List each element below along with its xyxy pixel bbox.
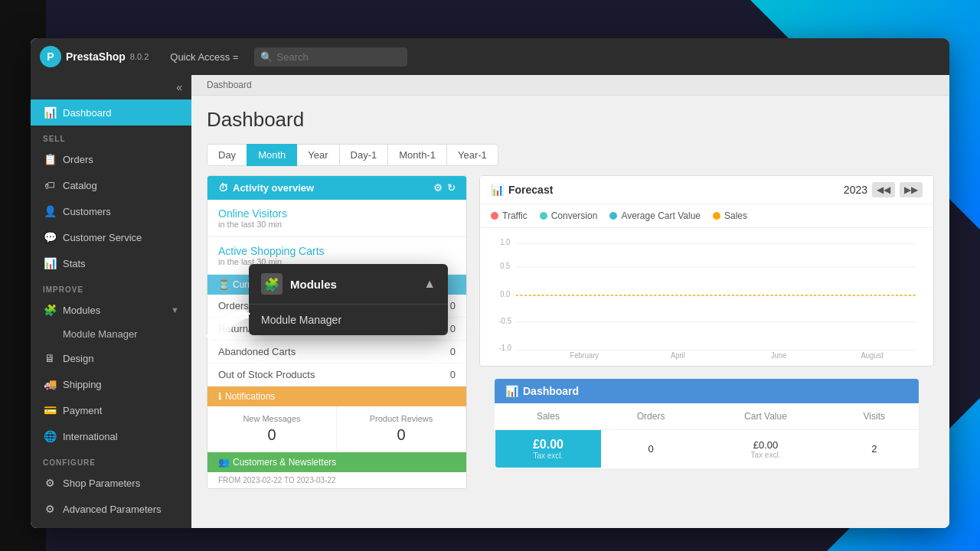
forecast-header: 📊 Forecast 2023 ◀◀ ▶▶ xyxy=(480,176,933,204)
legend-sales: Sales xyxy=(713,210,747,221)
dashboard-section-title: Dashboard xyxy=(523,385,579,397)
sidebar-item-orders[interactable]: 📋 Orders xyxy=(31,146,191,172)
topbar: P PrestaShop 8.0.2 Quick Access = 🔍 xyxy=(31,38,949,75)
notif-cell-reviews: Product Reviews 0 xyxy=(337,406,466,452)
sales-value-cell: £0.00 Tax excl. xyxy=(495,430,601,468)
svg-text:June: June xyxy=(771,351,787,360)
dashboard-section: 📊 Dashboard Sales Orders Cart Value Visi… xyxy=(479,379,934,481)
logo-text: PrestaShop xyxy=(66,51,126,63)
forecast-legend: Traffic Conversion Average Cart Value xyxy=(480,204,933,228)
search-icon: 🔍 xyxy=(260,51,273,63)
svg-text:-0.5: -0.5 xyxy=(499,316,512,324)
tab-day-1[interactable]: Day-1 xyxy=(339,144,389,166)
sidebar-item-design[interactable]: 🖥 Design xyxy=(31,345,191,371)
customers-icon-hdr: 👥 xyxy=(218,457,230,468)
tab-month[interactable]: Month xyxy=(247,144,297,166)
sidebar-item-customers-label: Customers xyxy=(63,206,111,217)
right-panel: 📊 Forecast 2023 ◀◀ ▶▶ xyxy=(479,175,934,501)
cart-dot xyxy=(609,212,617,220)
legend-traffic: Traffic xyxy=(491,210,528,221)
sidebar-item-shipping-label: Shipping xyxy=(63,379,102,390)
activity-icon: ⏱ xyxy=(218,182,228,194)
period-tabs-container: Day Month Year Day-1 Month-1 Year-1 xyxy=(191,138,949,175)
sidebar-item-advanced-parameters-label: Advanced Parameters xyxy=(63,504,162,515)
dropdown-close-button[interactable]: ▲ xyxy=(423,277,436,291)
pending-row-outofstock: Out of Stock Products 0 xyxy=(207,364,466,386)
sidebar-item-international[interactable]: 🌐 International xyxy=(31,423,191,449)
sidebar-item-catalog[interactable]: 🏷 Catalog xyxy=(31,172,191,198)
quick-access-button[interactable]: Quick Access = xyxy=(164,48,244,66)
sidebar-item-advanced-parameters[interactable]: ⚙ Advanced Parameters xyxy=(31,496,191,522)
legend-conversion: Conversion xyxy=(540,210,598,221)
sidebar-item-dashboard[interactable]: 📊 Dashboard xyxy=(31,99,191,126)
logo-area: P PrestaShop 8.0.2 xyxy=(40,46,149,67)
online-visitors-sublabel: in the last 30 min xyxy=(218,220,456,229)
new-messages-value: 0 xyxy=(218,426,325,444)
tab-year-1[interactable]: Year-1 xyxy=(446,144,498,166)
tab-day[interactable]: Day xyxy=(207,144,247,166)
dropdown-module-manager[interactable]: Module Manager xyxy=(249,305,448,335)
table-header-row: Sales Orders Cart Value Visits xyxy=(495,403,919,430)
logo-version: 8.0.2 xyxy=(130,52,149,61)
pending-icon: ⏳ xyxy=(218,279,230,290)
sidebar-item-stats[interactable]: 📊 Stats xyxy=(31,250,191,276)
pending-returns-count: 0 xyxy=(450,323,456,334)
refresh-icon[interactable]: ↻ xyxy=(447,182,456,194)
search-input[interactable] xyxy=(254,47,407,67)
settings-icon[interactable]: ⚙ xyxy=(433,182,443,194)
pending-abandoned-count: 0 xyxy=(450,346,456,357)
sidebar-item-shop-parameters[interactable]: ⚙ Shop Parameters xyxy=(31,470,191,496)
shop-parameters-icon: ⚙ xyxy=(43,477,57,489)
forecast-chart: 1.0 0.5 0.0 -0.5 -1.0 xyxy=(491,234,923,360)
sidebar-item-payment[interactable]: 💳 Payment xyxy=(31,397,191,423)
sales-legend-label: Sales xyxy=(724,210,747,221)
activity-header-icons: ⚙ ↻ xyxy=(433,182,456,194)
sidebar-item-customers[interactable]: 👤 Customers xyxy=(31,198,191,224)
year-prev-button[interactable]: ◀◀ xyxy=(872,182,895,197)
sales-dot xyxy=(713,212,720,220)
dashboard-icon: 📊 xyxy=(43,106,57,119)
forecast-title-text: Forecast xyxy=(508,184,553,196)
sidebar-item-stats-label: Stats xyxy=(63,258,86,269)
content-area: « 📊 Dashboard SELL 📋 Orders 🏷 Catalog 👤 … xyxy=(31,75,949,528)
search-wrapper: 🔍 xyxy=(254,47,407,67)
online-visitors-label: Online Visitors xyxy=(218,207,456,220)
collapse-icon[interactable]: « xyxy=(176,81,182,93)
year-next-button[interactable]: ▶▶ xyxy=(900,182,923,197)
sidebar-item-shipping[interactable]: 🚚 Shipping xyxy=(31,371,191,397)
product-reviews-value: 0 xyxy=(348,426,455,444)
pending-outofstock-label: Out of Stock Products xyxy=(218,369,315,380)
quick-access-label: Quick Access = xyxy=(170,51,238,63)
sidebar-item-customer-service[interactable]: 💬 Customer Service xyxy=(31,224,191,250)
payment-icon: 💳 xyxy=(43,404,57,416)
traffic-dot xyxy=(491,212,498,220)
tab-year[interactable]: Year xyxy=(296,144,339,166)
sidebar-item-catalog-label: Catalog xyxy=(63,180,97,191)
cart-label: Average Cart Value xyxy=(621,210,701,221)
panels-row: ⏱ Activity overview ⚙ ↻ Online Visitors … xyxy=(191,175,949,501)
col-cart-value: Cart Value xyxy=(701,403,830,430)
page-title: Dashboard xyxy=(207,108,934,132)
page-header: Dashboard xyxy=(191,96,949,138)
customers-header: 👥 Customers & Newsletters xyxy=(207,452,466,472)
prestashop-logo-icon: P xyxy=(40,46,61,67)
dashboard-panel-header: 📊 Dashboard xyxy=(495,379,919,403)
conversion-label: Conversion xyxy=(551,210,598,221)
sidebar-item-payment-label: Payment xyxy=(63,405,102,416)
activity-overview-header: ⏱ Activity overview ⚙ ↻ xyxy=(207,176,466,200)
main-window: P PrestaShop 8.0.2 Quick Access = 🔍 « 📊 … xyxy=(31,38,949,528)
dropdown-header-left: 🧩 Modules xyxy=(261,273,337,295)
sidebar-sub-item-module-manager[interactable]: Module Manager xyxy=(31,323,191,345)
table-data-row: £0.00 Tax excl. 0 £0.00 Tax excl. 2 xyxy=(495,430,919,468)
sales-tax-label: Tax excl. xyxy=(506,452,590,460)
dropdown-title: Modules xyxy=(290,278,337,291)
forecast-year: 2023 xyxy=(844,184,867,196)
module-manager-label: Module Manager xyxy=(63,328,138,340)
sidebar-section-sell: SELL xyxy=(31,126,191,146)
modules-arrow-icon: ▼ xyxy=(171,305,179,315)
modules-dropdown: 🧩 Modules ▲ Module Manager xyxy=(249,264,448,335)
breadcrumb-text: Dashboard xyxy=(207,80,252,90)
pending-orders-count: 0 xyxy=(450,300,456,311)
tab-month-1[interactable]: Month-1 xyxy=(387,144,447,166)
sidebar-item-modules[interactable]: 🧩 Modules ▼ xyxy=(31,297,191,323)
